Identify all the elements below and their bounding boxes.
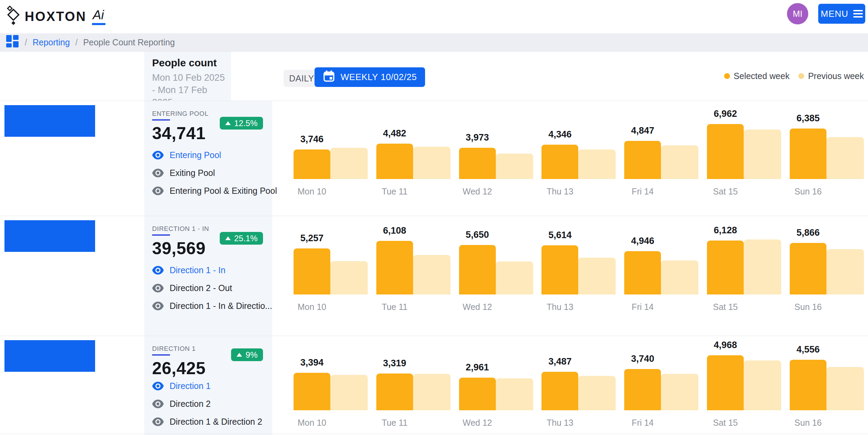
bar-previous-week[interactable] (744, 130, 781, 179)
bar-selected-week[interactable] (707, 355, 744, 410)
day-group: 4,847Fri 14 (624, 122, 698, 179)
legend-item-previous-week: Previous week (798, 71, 864, 81)
weekly-toggle-button[interactable]: WEEKLY 10/02/25 (315, 67, 425, 87)
day-label: Tue 11 (376, 418, 413, 428)
change-percent: 25.1% (234, 234, 258, 243)
bar-selected-week[interactable] (707, 124, 744, 179)
bar-previous-week[interactable] (413, 147, 450, 179)
menu-button[interactable]: MENU (818, 4, 865, 24)
metric-section-direction-1-in: DIRECTION 1 - IN 39,569 25.1% Direction … (0, 216, 868, 336)
bar-previous-week[interactable] (661, 374, 698, 410)
breadcrumb-link-reporting[interactable]: Reporting (33, 37, 70, 47)
day-group: 6,128Sat 15 (707, 238, 781, 294)
bar-selected-week[interactable] (294, 248, 330, 294)
bar-previous-week[interactable] (578, 149, 616, 179)
eye-icon (152, 169, 164, 177)
bar-selected-week[interactable] (624, 369, 661, 410)
page-title: People count (152, 57, 231, 69)
bar-selected-week[interactable] (376, 373, 413, 410)
option-direction-1-in[interactable]: Direction 1 - In (152, 265, 272, 275)
option-label: Direction 1 - In & Directio... (170, 301, 272, 311)
bar-previous-week[interactable] (496, 154, 533, 179)
bar-selected-week[interactable] (541, 372, 578, 410)
day-label: Fri 14 (624, 418, 661, 428)
legend-previous-label: Previous week (808, 71, 864, 81)
bar-previous-week[interactable] (826, 367, 864, 410)
eye-icon (152, 417, 164, 426)
option-label: Entering Pool & Exiting Pool (170, 186, 277, 196)
bar-previous-week[interactable] (826, 249, 864, 294)
bar-selected-week[interactable] (707, 241, 744, 294)
option-label: Direction 1 & Direction 2 (170, 417, 262, 427)
option-direction-2-out[interactable]: Direction 2 - Out (152, 283, 272, 293)
bar-chart-entering-pool: 3,746Mon 104,482Tue 113,973Wed 124,346Th… (294, 122, 864, 179)
bar-previous-week[interactable] (661, 145, 698, 179)
bar-value-label: 5,866 (790, 227, 826, 238)
bar-value-label: 6,108 (376, 225, 413, 236)
bar-previous-week[interactable] (578, 258, 616, 294)
bar-selected-week[interactable] (541, 145, 578, 179)
bar-value-label: 2,961 (459, 362, 496, 373)
day-label: Sat 15 (707, 418, 744, 428)
day-label: Sat 15 (707, 302, 744, 312)
bar-selected-week[interactable] (790, 360, 826, 410)
bar-previous-week[interactable] (744, 239, 781, 294)
day-label: Mon 10 (294, 187, 330, 197)
option-label: Exiting Pool (170, 168, 215, 178)
bar-value-label: 4,346 (541, 129, 578, 140)
day-group: 4,946Fri 14 (624, 238, 698, 294)
bar-selected-week[interactable] (624, 251, 661, 294)
legend-selected-label: Selected week (734, 71, 790, 81)
bar-previous-week[interactable] (661, 260, 698, 294)
bar-selected-week[interactable] (459, 245, 496, 294)
eye-visible-icon (152, 266, 164, 275)
weekly-button-label: WEEKLY 10/02/25 (341, 72, 417, 82)
legend-item-selected-week: Selected week (724, 71, 790, 81)
day-group: 4,346Thu 13 (541, 122, 616, 179)
metric-label: DIRECTION 1 - IN (152, 225, 272, 233)
option-exiting-pool[interactable]: Exiting Pool (152, 168, 277, 178)
option-entering-pool[interactable]: Entering Pool (152, 150, 277, 160)
option-direction-1[interactable]: Direction 1 (152, 381, 262, 391)
option-direction-1-and-direction-2[interactable]: Direction 1 & Direction 2 (152, 417, 262, 427)
bar-previous-week[interactable] (578, 376, 616, 410)
bar-selected-week[interactable] (459, 378, 496, 410)
bar-selected-week[interactable] (624, 141, 661, 179)
metric-section-direction-1: DIRECTION 1 26,425 9% Direction 1 Direct… (0, 336, 868, 435)
day-group: 5,614Thu 13 (541, 238, 616, 294)
menu-button-label: MENU (821, 9, 848, 19)
bar-selected-week[interactable] (790, 243, 826, 294)
bar-previous-week[interactable] (496, 261, 533, 294)
bar-selected-week[interactable] (459, 148, 496, 179)
option-entering-and-exiting-pool[interactable]: Entering Pool & Exiting Pool (152, 186, 277, 196)
bar-selected-week[interactable] (541, 245, 578, 294)
breadcrumb-separator: / (25, 37, 27, 47)
bar-previous-week[interactable] (413, 374, 450, 410)
bar-selected-week[interactable] (376, 241, 413, 294)
bar-value-label: 6,385 (790, 113, 826, 124)
metric-panel: DIRECTION 1 26,425 9% Direction 1 Direct… (144, 336, 272, 435)
brand-logo[interactable]: HOXTON Ai (5, 5, 105, 27)
bar-previous-week[interactable] (496, 378, 533, 410)
eye-icon (152, 187, 164, 195)
bar-selected-week[interactable] (294, 149, 330, 179)
bar-selected-week[interactable] (790, 129, 826, 179)
day-label: Mon 10 (294, 418, 330, 428)
option-direction-1-in-and-direction-2-out[interactable]: Direction 1 - In & Directio... (152, 301, 272, 311)
eye-visible-icon (152, 382, 164, 390)
bar-selected-week[interactable] (376, 144, 413, 179)
bar-previous-week[interactable] (413, 255, 450, 294)
bar-previous-week[interactable] (330, 148, 368, 179)
bar-previous-week[interactable] (744, 360, 781, 410)
bar-previous-week[interactable] (826, 137, 864, 179)
user-avatar[interactable]: MI (787, 3, 808, 24)
bar-previous-week[interactable] (330, 261, 368, 294)
bar-selected-week[interactable] (294, 373, 330, 410)
day-group: 3,973Wed 12 (459, 122, 533, 179)
option-direction-2[interactable]: Direction 2 (152, 399, 262, 409)
change-badge: 9% (231, 348, 263, 361)
dashboard-grid-icon[interactable] (5, 34, 19, 50)
increase-arrow-icon (225, 121, 231, 125)
bar-chart-direction-1: 3,394Mon 103,319Tue 112,961Wed 123,487Th… (294, 354, 864, 410)
bar-previous-week[interactable] (330, 375, 368, 410)
